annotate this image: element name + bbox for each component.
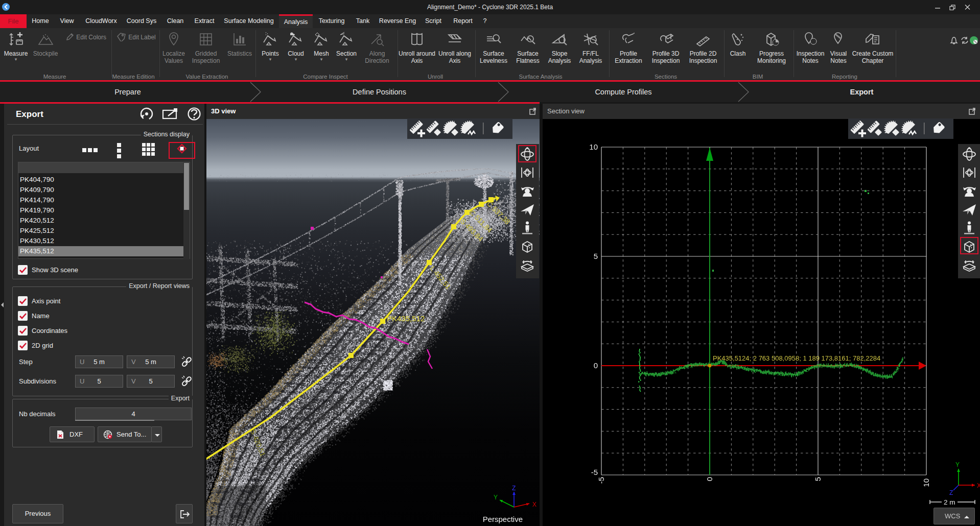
svg-text:2 m: 2 m — [944, 498, 955, 506]
svg-text:5: 5 — [594, 252, 598, 260]
svg-text:C 537,38: C 537,38 — [485, 200, 512, 226]
svg-text:Y: Y — [494, 494, 498, 501]
svg-text:X: X — [532, 501, 536, 508]
svg-text:L 452,51: L 452,51 — [429, 265, 453, 291]
svg-text:5: 5 — [813, 477, 822, 481]
svg-text:10: 10 — [922, 479, 930, 487]
svg-text:X: X — [977, 482, 980, 489]
svg-text:10: 10 — [589, 142, 598, 151]
svg-text:0: 0 — [594, 361, 598, 370]
svg-text:Z: Z — [949, 489, 953, 496]
svg-text:-5: -5 — [591, 468, 598, 476]
svg-text:Y: Y — [955, 461, 960, 468]
svg-text:PK435,5124; 2 763 508,0958; 1: PK435,5124; 2 763 508,0958; 1 189 173,81… — [713, 354, 880, 362]
svg-text:PK435,512: PK435,512 — [387, 314, 425, 323]
svg-text:0: 0 — [705, 477, 714, 481]
svg-text:Z: Z — [512, 485, 516, 492]
svg-text:-5: -5 — [597, 477, 605, 484]
svg-text:S 420,51: S 420,51 — [249, 428, 267, 458]
